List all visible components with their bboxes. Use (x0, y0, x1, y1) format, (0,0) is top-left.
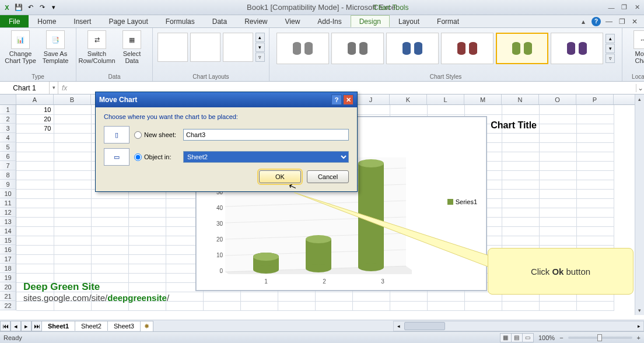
chart-styles-gallery[interactable]: ▴▾▿ (274, 30, 617, 66)
chart-style-1[interactable] (276, 33, 329, 64)
row-8[interactable]: 8 (0, 170, 16, 180)
new-sheet-tab[interactable]: ✸ (140, 321, 153, 331)
name-box-input[interactable] (0, 82, 49, 94)
vertical-scrollbar[interactable]: ▴ ▾ (635, 94, 644, 315)
select-all-corner[interactable] (0, 94, 16, 104)
row-13[interactable]: 13 (0, 217, 16, 226)
chart-layout-3[interactable] (223, 33, 253, 62)
hscroll-thumb[interactable] (404, 322, 445, 330)
row-14[interactable]: 14 (0, 226, 16, 236)
tab-review[interactable]: Review (236, 15, 276, 27)
view-page-layout-icon[interactable]: ▤ (511, 333, 523, 342)
row-9[interactable]: 9 (0, 180, 16, 189)
row-22[interactable]: 22 (0, 301, 16, 310)
view-normal-icon[interactable]: ▦ (500, 333, 512, 342)
chart-style-3[interactable] (386, 33, 439, 64)
new-sheet-input[interactable] (183, 129, 349, 141)
style-scroll-down[interactable]: ▾ (606, 44, 615, 53)
tab-addins[interactable]: Add-Ins (309, 15, 350, 27)
select-data-button[interactable]: ▦Select Data (116, 30, 148, 64)
row-16[interactable]: 16 (0, 245, 16, 254)
zoom-in-icon[interactable]: + (637, 334, 640, 341)
save-icon[interactable]: 💾 (14, 3, 23, 12)
chart-style-6[interactable] (551, 33, 603, 64)
col-L[interactable]: L (427, 94, 464, 104)
hscroll-right-icon[interactable]: ▸ (634, 323, 643, 329)
layout-scroll-down[interactable]: ▾ (256, 43, 265, 52)
new-sheet-radio[interactable]: New sheet: (134, 131, 178, 139)
save-as-template-button[interactable]: 📑Save As Template (40, 30, 71, 64)
row-7[interactable]: 7 (0, 161, 16, 170)
chart-style-2[interactable] (331, 33, 384, 64)
dialog-close-icon[interactable]: ✕ (343, 94, 354, 105)
row-10[interactable]: 10 (0, 189, 16, 198)
col-K[interactable]: K (390, 94, 427, 104)
tab-layout[interactable]: Layout (390, 15, 428, 27)
sheet-nav-prev-icon[interactable]: ◂ (10, 321, 21, 331)
tab-data[interactable]: Data (204, 15, 236, 27)
restore-button[interactable]: ❐ (620, 4, 629, 12)
row-1[interactable]: 1 (0, 105, 16, 114)
sheet-nav-first-icon[interactable]: ⏮ (0, 321, 10, 331)
row-18[interactable]: 18 (0, 264, 16, 273)
tab-page-layout[interactable]: Page Layout (100, 15, 156, 27)
object-in-select[interactable]: Sheet2 (183, 151, 349, 163)
row-2[interactable]: 2 (0, 114, 16, 124)
redo-icon[interactable]: ↷ (37, 3, 47, 12)
fx-icon[interactable]: fx (58, 84, 71, 92)
doc-close-icon[interactable]: ✕ (630, 17, 639, 26)
zoom-slider[interactable] (568, 337, 632, 339)
cancel-button[interactable]: Cancel (307, 170, 349, 183)
col-A[interactable]: A (16, 94, 54, 104)
move-chart-button[interactable]: ↔Move Chart (627, 30, 644, 64)
tab-insert[interactable]: Insert (65, 15, 100, 27)
sheet-tab-1[interactable]: Sheet1 (41, 321, 75, 331)
chart-style-5-selected[interactable] (496, 33, 548, 64)
row-6[interactable]: 6 (0, 152, 16, 161)
doc-restore-icon[interactable]: ❐ (617, 17, 626, 26)
tab-view[interactable]: View (276, 15, 309, 27)
row-12[interactable]: 12 (0, 208, 16, 217)
col-B[interactable]: B (54, 94, 91, 104)
close-button[interactable]: ✕ (632, 4, 642, 12)
row-5[interactable]: 5 (0, 142, 16, 152)
col-M[interactable]: M (464, 94, 502, 104)
sheet-tab-2[interactable]: Sheet2 (75, 321, 108, 331)
switch-row-column-button[interactable]: ⇄Switch Row/Column (81, 30, 113, 64)
chart-layout-2[interactable] (190, 33, 220, 62)
minimize-ribbon-icon[interactable]: ▴ (579, 17, 588, 26)
row-3[interactable]: 3 (0, 124, 16, 133)
col-P[interactable]: P (576, 94, 614, 104)
row-17[interactable]: 17 (0, 254, 16, 264)
col-O[interactable]: O (539, 94, 576, 104)
sheet-nav-next-icon[interactable]: ▸ (21, 321, 32, 331)
qat-dropdown-icon[interactable]: ▾ (49, 3, 58, 12)
tab-file[interactable]: File (0, 15, 29, 27)
tab-home[interactable]: Home (29, 15, 65, 27)
chart-layout-1[interactable] (158, 33, 188, 62)
help-icon[interactable]: ? (592, 17, 601, 26)
sheet-nav-last-icon[interactable]: ⏭ (32, 321, 42, 331)
tab-formulas[interactable]: Formulas (157, 15, 204, 27)
scroll-down-icon[interactable]: ▾ (635, 306, 644, 315)
undo-icon[interactable]: ↶ (26, 3, 35, 12)
minimize-button[interactable]: — (607, 4, 616, 12)
layout-more[interactable]: ▿ (256, 52, 265, 62)
tab-design[interactable]: Design (351, 15, 390, 27)
style-more[interactable]: ▿ (606, 54, 615, 63)
name-box[interactable]: ▾ (0, 82, 58, 94)
sheet-tab-3[interactable]: Sheet3 (107, 321, 141, 331)
zoom-knob[interactable] (597, 334, 602, 341)
col-J[interactable]: J (352, 94, 390, 104)
hscroll-left-icon[interactable]: ◂ (394, 323, 403, 329)
dialog-help-icon[interactable]: ? (331, 94, 342, 105)
scroll-up-icon[interactable]: ▴ (635, 94, 644, 104)
chart-style-4[interactable] (441, 33, 494, 64)
row-11[interactable]: 11 (0, 198, 16, 208)
tab-format[interactable]: Format (428, 15, 468, 27)
row-21[interactable]: 21 (0, 292, 16, 301)
row-19[interactable]: 19 (0, 273, 16, 282)
change-chart-type-button[interactable]: 📊Change Chart Type (5, 30, 36, 64)
chart-layouts-gallery[interactable]: ▴▾▿ (155, 30, 267, 64)
row-4[interactable]: 4 (0, 133, 16, 142)
